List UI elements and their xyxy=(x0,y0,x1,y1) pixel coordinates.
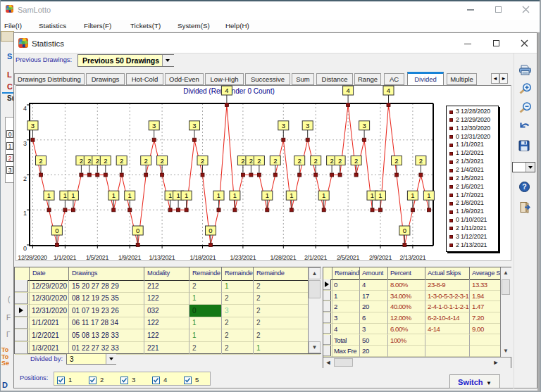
svg-text:2: 2 xyxy=(249,157,253,165)
svg-text:2: 2 xyxy=(39,157,42,165)
svg-text:1: 1 xyxy=(322,191,325,199)
svg-text:1: 1 xyxy=(233,191,237,199)
svg-text:1: 1 xyxy=(47,191,51,199)
svg-text:0: 0 xyxy=(209,227,212,234)
svg-text:1: 1 xyxy=(176,191,180,199)
svg-text:4: 4 xyxy=(346,87,349,94)
svg-text:2: 2 xyxy=(80,157,83,165)
svg-text:1: 1 xyxy=(290,191,293,199)
svg-text:3: 3 xyxy=(306,122,309,129)
svg-text:3: 3 xyxy=(282,122,285,129)
svg-text:2: 2 xyxy=(354,157,358,165)
svg-text:2: 2 xyxy=(87,157,91,165)
svg-text:2: 2 xyxy=(96,157,99,165)
svg-text:2: 2 xyxy=(160,157,163,165)
svg-text:1: 1 xyxy=(427,191,430,199)
svg-text:1: 1 xyxy=(71,191,75,199)
svg-text:2: 2 xyxy=(298,157,301,165)
svg-text:2: 2 xyxy=(419,157,423,165)
svg-text:4: 4 xyxy=(225,87,228,94)
svg-text:1: 1 xyxy=(378,191,382,199)
svg-text:1: 1 xyxy=(371,191,374,199)
svg-text:2: 2 xyxy=(144,157,148,165)
svg-text:0: 0 xyxy=(136,227,139,234)
svg-text:2: 2 xyxy=(241,157,244,165)
svg-text:2: 2 xyxy=(330,157,333,165)
svg-text:3: 3 xyxy=(152,122,156,129)
svg-text:1: 1 xyxy=(185,191,188,199)
svg-text:1: 1 xyxy=(63,191,67,199)
svg-text:0: 0 xyxy=(55,227,58,234)
svg-text:3: 3 xyxy=(192,122,196,129)
svg-text:0: 0 xyxy=(403,227,406,234)
svg-text:4: 4 xyxy=(387,87,390,94)
svg-text:2: 2 xyxy=(338,157,342,165)
svg-text:2: 2 xyxy=(394,157,398,165)
svg-text:1: 1 xyxy=(168,191,172,199)
svg-text:2: 2 xyxy=(120,157,123,165)
svg-text:1: 1 xyxy=(266,191,269,199)
svg-text:1: 1 xyxy=(128,191,132,199)
svg-text:1: 1 xyxy=(217,191,220,199)
svg-text:1: 1 xyxy=(411,191,414,199)
svg-text:2: 2 xyxy=(314,157,318,165)
svg-text:2: 2 xyxy=(273,157,277,165)
svg-text:2: 2 xyxy=(104,157,107,165)
svg-text:2: 2 xyxy=(201,157,204,165)
svg-text:3: 3 xyxy=(362,122,366,129)
svg-text:3: 3 xyxy=(31,122,35,129)
svg-text:1: 1 xyxy=(112,191,116,199)
svg-text:2: 2 xyxy=(257,157,261,165)
svg-text:?: ? xyxy=(522,182,526,191)
